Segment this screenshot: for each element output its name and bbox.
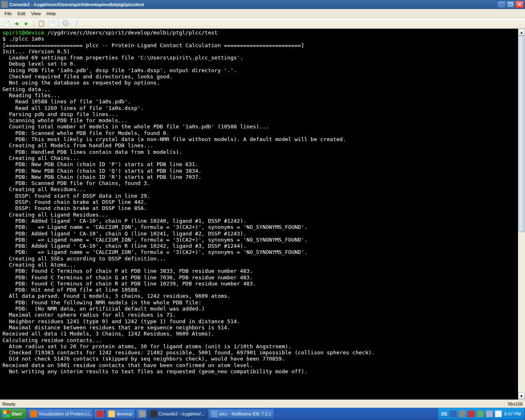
tray-language[interactable]: DE (441, 411, 447, 416)
minimize-button[interactable]: _ (497, 1, 506, 8)
taskbar-item-app2[interactable] (136, 409, 147, 419)
tray-icon[interactable] (459, 411, 466, 417)
tray-icon[interactable] (450, 411, 457, 417)
menu-edit[interactable]: Edit (15, 10, 28, 17)
scroll-track[interactable] (518, 36, 525, 393)
info-button[interactable]: ⓘ (61, 19, 70, 28)
copy-button[interactable]: 📋 (37, 19, 46, 28)
taskbar-item-label: Console2 - /cygdrive/... (159, 411, 205, 416)
toolbar-separator (34, 19, 34, 27)
netbeans-icon (211, 411, 218, 417)
scroll-down-arrow[interactable]: ▼ (518, 393, 525, 399)
new-tab-button[interactable]: 📄 (2, 19, 11, 28)
tray-icon[interactable] (477, 411, 484, 417)
taskbar-item-develop[interactable]: develop (105, 409, 135, 419)
tray-volume-icon[interactable] (495, 411, 502, 417)
app-icon (1, 1, 8, 8)
taskbar: Start Visualization of Protein-Li... dev… (0, 408, 525, 420)
scroll-up-arrow[interactable]: ▲ (518, 29, 525, 36)
taskbar-item-label: plcc - NetBeans IDE 7.0.1 (219, 411, 272, 416)
nav-back-button[interactable]: ◄ (12, 19, 21, 28)
console-area: spirit@device /cygdrive/c/Users/spirit/d… (0, 29, 525, 399)
status-text: Ready (2, 402, 16, 406)
menu-help[interactable]: Help (43, 10, 59, 17)
window-titlebar: Console2 - /cygdrive/c/Users/spirit/deve… (0, 0, 525, 9)
windows-flag-icon (3, 411, 10, 417)
taskbar-item-netbeans[interactable]: plcc - NetBeans IDE 7.0.1 (208, 409, 274, 419)
toolbar: 📄 ◄ ► 📋 📄 ⓘ ❔ (0, 18, 525, 29)
tray-icon[interactable] (486, 411, 493, 417)
paste-button[interactable]: 📄 (47, 19, 56, 28)
start-button[interactable]: Start (1, 409, 27, 419)
terminal-output[interactable]: spirit@device /cygdrive/c/Users/spirit/d… (0, 29, 518, 399)
start-label: Start (11, 411, 22, 416)
nav-forward-button[interactable]: ► (22, 19, 31, 28)
tray-icon[interactable] (468, 411, 475, 417)
tray-clock[interactable]: 9:47 PM (504, 411, 521, 416)
toolbar-separator (58, 19, 59, 27)
folder-icon (108, 411, 115, 417)
firefox-icon (30, 411, 37, 417)
window-title: Console2 - /cygdrive/c/Users/spirit/deve… (9, 2, 497, 7)
taskbar-item-app[interactable] (94, 409, 105, 419)
taskbar-item-label: Visualization of Protein-Li... (39, 411, 93, 416)
taskbar-item-firefox[interactable]: Visualization of Protein-Li... (27, 409, 93, 419)
statusbar: Ready 56x156 (0, 399, 525, 408)
taskbar-item-console2[interactable]: Console2 - /cygdrive/... (148, 409, 208, 419)
status-dimensions: 56x156 (504, 402, 523, 406)
scroll-thumb[interactable] (518, 36, 525, 232)
menu-file[interactable]: File (2, 10, 15, 17)
help-button[interactable]: ❔ (71, 19, 80, 28)
app-icon (97, 411, 103, 417)
maximize-button[interactable]: ❐ (506, 1, 515, 8)
menu-view[interactable]: View (28, 10, 44, 17)
app-icon (139, 411, 146, 417)
taskbar-item-label: develop (116, 411, 132, 416)
close-button[interactable]: ✕ (515, 1, 524, 8)
system-tray[interactable]: DE 9:47 PM (438, 408, 524, 420)
vertical-scrollbar[interactable]: ▲ ▼ (518, 29, 525, 399)
menubar: File Edit View Help (0, 9, 525, 18)
console-icon (151, 411, 157, 417)
